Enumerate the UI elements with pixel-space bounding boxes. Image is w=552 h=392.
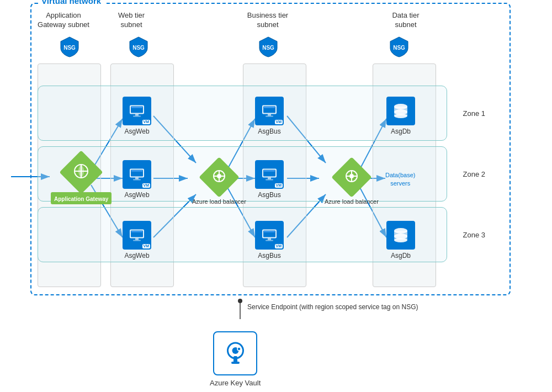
svg-point-64: [349, 174, 354, 178]
col-header-business: Business tiersubnet: [237, 11, 298, 30]
asgweb3-label: AsgWeb: [124, 252, 149, 259]
asgbus3-label: AsgBus: [258, 252, 280, 259]
asgbus1-label: AsgBus: [258, 128, 280, 135]
asgdb1-box: AsgDb: [386, 97, 415, 135]
asgdb3-box: AsgDb: [386, 221, 415, 259]
zone1-box: Zone 1: [38, 86, 447, 141]
svg-rect-55: [268, 178, 271, 179]
svg-rect-36: [131, 171, 142, 172]
col-header-appgw: ApplicationGateway subnet: [33, 11, 94, 30]
nsg-web: NSG: [129, 36, 148, 60]
svg-text:NSG: NSG: [132, 45, 145, 51]
svg-rect-39: [135, 239, 139, 240]
asgbus3-box: VM AsgBus: [255, 221, 284, 259]
svg-text:NSG: NSG: [63, 45, 76, 51]
lb2-box: Azure load balancer: [325, 160, 379, 205]
lb2-label: Azure load balancer: [325, 198, 379, 205]
svg-rect-40: [133, 240, 141, 241]
svg-rect-56: [266, 179, 273, 181]
asgweb2-label: AsgWeb: [124, 191, 149, 199]
asgbus1-box: VM AsgBus: [255, 97, 284, 135]
svg-rect-52: [264, 107, 275, 108]
asgdb3-label: AsgDb: [391, 252, 411, 259]
asgbus2-label: AsgBus: [258, 191, 280, 199]
svg-rect-62: [264, 231, 275, 232]
svg-point-78: [394, 238, 407, 242]
svg-rect-51: [266, 116, 273, 117]
asgweb1-label: AsgWeb: [124, 128, 149, 135]
svg-rect-82: [231, 362, 240, 364]
asgbus2-box: VM AsgBus: [255, 160, 284, 199]
virtual-network-label: Virtual network: [38, 0, 104, 6]
col-header-data: Data tiersubnet: [375, 11, 436, 30]
keyvault-box: Azure Key Vault: [210, 331, 261, 387]
nsg-business: NSG: [258, 36, 278, 60]
svg-rect-61: [266, 240, 273, 241]
svg-rect-41: [131, 231, 142, 232]
svg-text:NSG: NSG: [262, 45, 274, 51]
svg-rect-34: [135, 178, 139, 179]
lb1-label: Azure load balancer: [192, 198, 246, 205]
zone3-box: Zone 3: [38, 207, 447, 262]
svg-rect-29: [135, 114, 139, 116]
nsg-appgw: NSG: [60, 36, 79, 60]
svg-rect-60: [268, 239, 271, 240]
svg-point-83: [237, 347, 241, 351]
zone1-label: Zone 1: [463, 109, 485, 118]
appgw-box: Application Gateway: [51, 153, 112, 204]
asgweb1-box: VM AsgWeb: [123, 97, 151, 135]
svg-point-19: [238, 299, 242, 303]
svg-rect-31: [131, 107, 142, 108]
appgw-label: Application Gateway: [54, 196, 108, 202]
svg-rect-50: [268, 114, 271, 116]
svg-point-73: [394, 114, 407, 118]
diagram-container: Virtual network ApplicationGateway subne…: [0, 0, 552, 392]
asgdb1-label: AsgDb: [391, 128, 411, 135]
dataservers-label: Data(base)servers: [385, 171, 415, 188]
svg-rect-57: [264, 171, 275, 172]
col-header-web: Web tiersubnet: [104, 11, 159, 30]
asgweb3-box: VM AsgWeb: [123, 221, 151, 259]
lb1-box: Azure load balancer: [192, 160, 246, 205]
nsg-data: NSG: [389, 36, 409, 60]
svg-rect-30: [133, 116, 141, 117]
asgweb2-box: VM AsgWeb: [123, 160, 151, 199]
keyvault-label: Azure Key Vault: [210, 379, 261, 387]
svg-point-43: [217, 174, 221, 178]
zone2-label: Zone 2: [463, 170, 485, 178]
zone3-label: Zone 3: [463, 231, 485, 239]
svg-rect-35: [133, 179, 141, 181]
svg-text:NSG: NSG: [393, 45, 405, 51]
service-endpoint-text: Service Endpoint (with region scoped ser…: [247, 303, 418, 312]
